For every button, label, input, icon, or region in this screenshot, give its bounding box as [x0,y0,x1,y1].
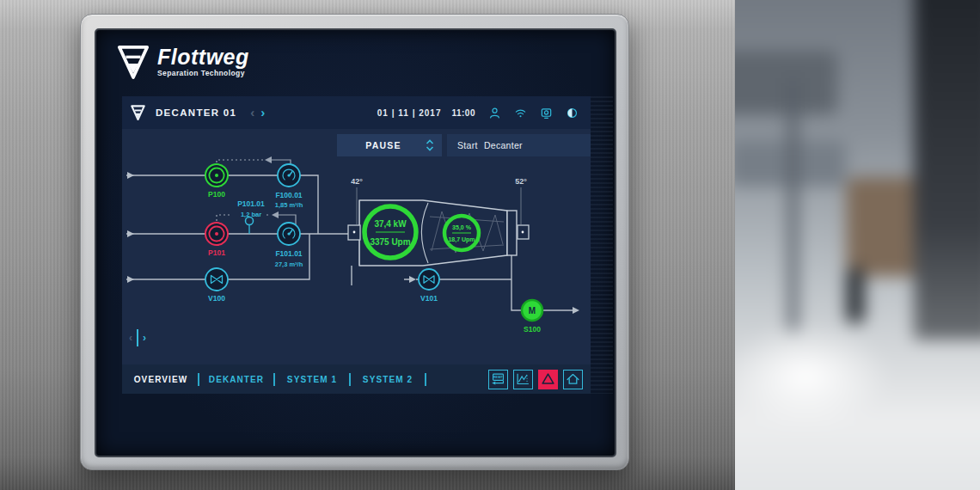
home-button[interactable] [563,370,583,389]
factory-photo-background [735,0,980,490]
value-f101: 27,3 m³/h [275,260,303,268]
flottweg-triangle-icon [117,45,150,79]
time-display: 11:00 [451,108,475,118]
tab-system1[interactable]: SYSTEM 1 [275,375,349,384]
pager-prev-icon[interactable]: ‹ [129,332,132,344]
signal-arrows [265,156,279,218]
tab-system2[interactable]: SYSTEM 2 [351,375,425,384]
flowmeter-f100-icon[interactable] [278,164,300,187]
diagram-pager: ‹ › [129,328,146,347]
bowl-speed-value: 3375 Upm [370,237,410,247]
mode-label: PAUSE [365,140,401,150]
status-box: Start Decanter [447,134,591,156]
svg-text:RESET: RESET [493,376,502,379]
trend-chart-button[interactable] [513,370,533,389]
outlet-temp: 52° [515,177,527,186]
brand-name: Flottweg [157,46,249,68]
label-v101: V101 [420,294,438,303]
label-f101: F101.01 [275,249,302,258]
tab-bar: OVERVIEW DEKANTER SYSTEM 1 SYSTEM 2 RESE… [122,364,591,394]
label-f100: F100.01 [275,191,302,199]
pressure-sensor-p101-icon[interactable] [246,217,254,235]
pump-p100-icon[interactable] [205,164,228,187]
flowmeter-f101-icon[interactable] [278,223,300,245]
tab-dekanter[interactable]: DEKANTER [199,375,273,384]
control-row: PAUSE Start Decanter [337,134,591,156]
chart-icon [514,371,532,389]
contrast-icon[interactable] [566,107,579,119]
bowl-speed-gauge: 37,4 kW 3375 Upm [364,206,416,258]
tab-overview[interactable]: OVERVIEW [124,375,198,384]
user-icon[interactable] [488,107,501,119]
inlet-temp: 42° [351,177,363,186]
remote-display-icon[interactable] [540,107,553,119]
alarm-button[interactable] [538,370,558,389]
header-bar: DECANTER 01 ‹ › 01 | 11 | 2017 11:00 [122,96,591,129]
page-nav: ‹ › [250,107,265,119]
hmi-monitor-bezel: Flottweg Separation Technology DECANTER … [80,14,629,470]
bowl-power-value: 37,4 kW [374,219,407,229]
pager-bar [137,329,138,346]
bearing-block [507,211,517,255]
alarm-triangle-icon [539,371,557,389]
reset-icon: RESET [489,371,507,389]
label-p101-01: P101.01 [237,199,265,208]
wifi-icon[interactable] [514,107,527,119]
main-panel: DECANTER 01 ‹ › 01 | 11 | 2017 11:00 [122,96,591,394]
hmi-screen: Flottweg Separation Technology DECANTER … [95,28,616,457]
brand-logo: Flottweg Separation Technology [117,45,249,79]
value-f100: 1,85 m³/h [275,201,303,209]
valve-v100-icon[interactable] [205,268,228,291]
scroll-load-value: 35,0 % [452,224,472,231]
motor-letter: M [529,306,536,315]
page-title: DECANTER 01 [156,107,236,118]
label-s100: S100 [524,325,541,334]
footer-buttons: RESET [488,370,591,389]
label-p100: P100 [208,190,225,199]
home-icon [564,371,582,389]
process-diagram: 42° 52° [122,156,591,364]
screen-reflection-ribs [591,96,613,394]
flottweg-mark-icon [131,105,145,120]
reset-button[interactable]: RESET [488,370,508,389]
brand-tagline: Separation Technology [157,69,249,77]
scroll-diff-gauge: 35,0 % 18,7 Upm [444,216,479,250]
label-p101: P101 [208,248,225,257]
date-display: 01 | 11 | 2017 [377,108,442,118]
motor-s100-icon[interactable]: M [522,300,542,321]
status-text: Start Decanter [457,140,523,150]
spinner-chevrons-icon[interactable] [426,138,434,156]
pipes [126,175,573,310]
tab-separator [425,373,426,386]
pager-next-icon[interactable]: › [143,332,146,344]
mode-selector[interactable]: PAUSE [337,134,442,156]
valve-v101-icon[interactable] [419,269,439,290]
nav-prev-icon[interactable]: ‹ [250,107,254,119]
nav-next-icon[interactable]: › [260,107,265,119]
value-p101-01: 1,2 bar [241,211,261,218]
label-v100: V100 [208,294,225,303]
scroll-speed-value: 18,7 Upm [448,236,475,243]
pump-p101-icon[interactable] [205,223,228,245]
